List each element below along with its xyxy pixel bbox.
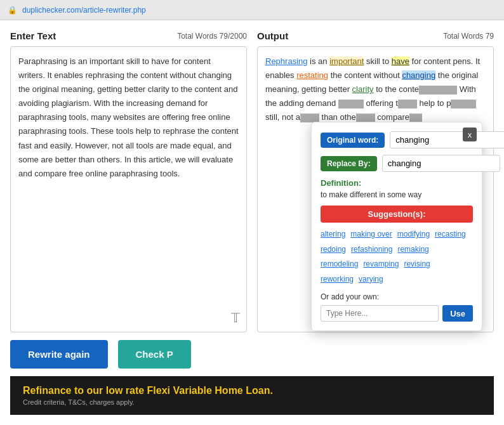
ad-title: Refinance to our low rate Flexi Variable… xyxy=(23,385,481,396)
output-title: Output xyxy=(257,30,288,41)
suggestion-item[interactable]: remaking xyxy=(397,243,428,257)
url-link: article-rewriter.php xyxy=(83,6,146,15)
lock-icon: 🔒 xyxy=(8,6,17,15)
popup-close-button[interactable]: x xyxy=(463,128,477,141)
word-clarity[interactable]: clarity xyxy=(352,84,374,94)
replace-by-input[interactable] xyxy=(382,155,500,172)
rewrite-again-button[interactable]: Rewrite again xyxy=(10,340,108,369)
suggestion-item[interactable]: redoing xyxy=(321,243,346,257)
suggestions-header: Suggestion(s): xyxy=(321,206,473,223)
output-text: Rephrasing is an important skill to have… xyxy=(265,55,486,124)
right-word-count: Total Words 79 xyxy=(443,32,494,41)
suggestion-item[interactable]: remodeling xyxy=(321,258,358,271)
ad-banner: Refinance to our low rate Flexi Variable… xyxy=(10,376,494,415)
word-changing[interactable]: changing xyxy=(402,70,435,80)
main-container: Enter Text Total Words 79/2000 Paraphras… xyxy=(0,20,504,425)
url-plain: duplichecker.com/ xyxy=(22,6,83,15)
original-word-input[interactable] xyxy=(390,131,504,148)
word-important[interactable]: important xyxy=(329,56,364,66)
replace-by-row: Replace By: xyxy=(321,155,473,172)
suggestion-item[interactable]: refashioning xyxy=(351,243,392,257)
synonym-popup: x Original word: Replace By: Definition:… xyxy=(311,122,482,331)
left-panel-header: Enter Text Total Words 79/2000 xyxy=(10,30,247,41)
text-cursor-icon: 𝕋 xyxy=(231,310,240,325)
right-panel-header: Output Total Words 79 xyxy=(257,30,494,41)
browser-url: duplichecker.com/article-rewriter.php xyxy=(22,6,146,15)
word-rephrasing[interactable]: Rephrasing xyxy=(265,56,308,66)
original-word-label: Original word: xyxy=(321,133,385,148)
suggestion-item[interactable]: making over xyxy=(350,228,392,242)
suggestion-item[interactable]: recasting xyxy=(435,228,466,242)
buttons-row: Rewrite again Check P xyxy=(10,340,494,369)
word-restating[interactable]: restating xyxy=(296,70,328,80)
suggestions-list: alteringmaking overmodifyingrecastingred… xyxy=(321,228,473,286)
replace-by-label: Replace By: xyxy=(321,156,377,171)
use-button[interactable]: Use xyxy=(442,305,473,322)
left-text-area[interactable]: Paraphrasing is an important skill to ha… xyxy=(10,46,247,332)
left-word-count: Total Words 79/2000 xyxy=(177,32,247,41)
original-word-row: Original word: xyxy=(321,131,473,148)
input-text: Paraphrasing is an important skill to ha… xyxy=(18,55,239,181)
word-have[interactable]: have xyxy=(392,56,409,66)
suggestion-item[interactable]: reworking xyxy=(321,273,354,287)
definition-text: to make different in some way xyxy=(321,190,473,199)
browser-bar: 🔒 duplichecker.com/article-rewriter.php xyxy=(0,0,504,20)
enter-text-title: Enter Text xyxy=(10,30,56,41)
add-own-label: Or add your own: xyxy=(321,292,473,301)
add-own-input[interactable] xyxy=(321,305,439,322)
check-plagiarism-button[interactable]: Check P xyxy=(118,340,191,369)
suggestion-item[interactable]: revising xyxy=(404,258,430,271)
left-panel: Enter Text Total Words 79/2000 Paraphras… xyxy=(10,30,247,332)
definition-label: Definition: xyxy=(321,178,473,188)
suggestion-item[interactable]: modifying xyxy=(397,228,430,242)
suggestion-item[interactable]: revamping xyxy=(363,258,399,271)
ad-subtitle: Credit criteria, T&Cs, charges apply. xyxy=(23,398,481,406)
suggestion-item[interactable]: altering xyxy=(321,228,345,242)
add-own-row: Use xyxy=(321,305,473,322)
suggestion-item[interactable]: varying xyxy=(359,273,383,287)
